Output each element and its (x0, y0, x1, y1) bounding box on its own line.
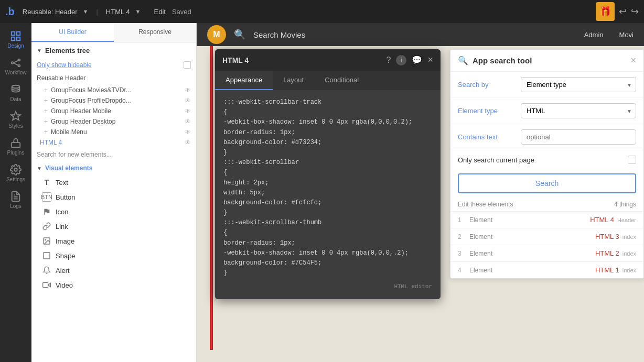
icon-bar: Design Workflow Data Styles (0, 23, 31, 362)
tree-item-mobile-menu[interactable]: + Mobile Menu 👁 (31, 127, 196, 137)
ve-item-alert[interactable]: Alert (31, 263, 196, 278)
redo-button[interactable]: ↪ (631, 6, 639, 17)
tree-item-group-header-desktop[interactable]: + Group Header Desktop 👁 (31, 116, 196, 127)
topbar-actions: Edit Saved (154, 8, 191, 16)
ve-item-label: Alert (56, 267, 70, 275)
asp-result-row-1[interactable]: 1 Element HTML 4 Header (450, 211, 643, 228)
asp-close-button[interactable]: × (630, 55, 636, 66)
canvas-search-icon: 🔍 (234, 29, 245, 40)
eye-icon[interactable]: 👁 (185, 97, 191, 104)
hideable-link[interactable]: hideable (68, 61, 91, 69)
ve-item-label: Video (56, 281, 73, 289)
modal-info-button[interactable]: i (396, 55, 406, 65)
link-icon (42, 222, 51, 231)
eye-icon[interactable]: 👁 (185, 128, 191, 136)
search-new-elements-button[interactable]: Search for new elements... (31, 148, 196, 161)
video-icon (42, 280, 51, 290)
modal-close-button[interactable]: × (427, 54, 433, 65)
undo-button[interactable]: ↩ (619, 6, 627, 17)
ve-item-button[interactable]: BTN Button (31, 190, 196, 204)
sidebar-item-settings[interactable]: Settings (2, 161, 29, 185)
ve-item-icon[interactable]: Icon (31, 204, 196, 219)
title-dropdown-arrow[interactable]: ▼ (83, 8, 89, 15)
asp-search-by-select[interactable]: Element type (521, 77, 636, 92)
svg-point-11 (14, 168, 17, 171)
ve-item-link[interactable]: Link (31, 219, 196, 234)
topbar: .b Reusable: Header ▼ | HTML 4 ▼ Edit Sa… (0, 0, 644, 23)
tree-item-prefix: + (44, 128, 48, 136)
edit-label: Edit (154, 8, 166, 16)
eye-icon[interactable]: 👁 (185, 86, 191, 94)
sidebar-body: ▼ Elements tree Only show hideable Reusa… (31, 42, 196, 362)
asp-result-location: index (622, 267, 636, 273)
ve-item-video[interactable]: Video (31, 278, 196, 292)
code-line: border-radius: 1px; (223, 128, 432, 138)
tab-responsive[interactable]: Responsive (114, 23, 196, 42)
sidebar-item-styles[interactable]: Styles (2, 107, 29, 132)
eye-icon[interactable]: 👁 (185, 139, 191, 146)
modal-chat-button[interactable]: 💬 (412, 55, 422, 65)
asp-result-name[interactable]: HTML 4 (590, 216, 614, 224)
tree-item-group-movies[interactable]: + GroupFocus Movies&TVDr... 👁 (31, 85, 196, 95)
asp-result-name[interactable]: HTML 1 (595, 266, 619, 274)
asp-search-by-select-wrapper[interactable]: Element type (521, 77, 636, 92)
sidebar-item-plugins[interactable]: Plugins (2, 134, 29, 159)
asp-element-type-select[interactable]: HTML (521, 103, 636, 118)
asp-result-num: 2 (458, 233, 466, 240)
modal-tab-layout[interactable]: Layout (273, 71, 314, 90)
visual-elements-header[interactable]: ▼ Visual elements (31, 161, 196, 175)
sidebar-item-data[interactable]: Data (2, 81, 29, 105)
modal-tabs: Appearance Layout Conditional (215, 71, 441, 90)
modal-code-area[interactable]: :::-webkit-scrollbar-track { -webkit-box… (215, 90, 441, 299)
code-line: { (223, 107, 432, 117)
svg-marker-17 (48, 283, 51, 287)
main-layout: Design Workflow Data Styles (0, 23, 644, 362)
sidebar-item-logs[interactable]: Logs (2, 188, 29, 212)
svg-line-7 (13, 60, 18, 63)
tree-item-label: Mobile Menu (51, 128, 87, 136)
asp-element-type-select-wrapper[interactable]: HTML (521, 103, 636, 118)
modal-tab-conditional[interactable]: Conditional (314, 71, 369, 90)
ve-item-text[interactable]: T Text (31, 175, 196, 190)
asp-title: App search tool (473, 56, 626, 65)
code-line: -webkit-box-shadow: inset 0 0 4px rgba(0… (223, 248, 432, 258)
sidebar-item-design[interactable]: Design (2, 27, 29, 52)
asp-result-name[interactable]: HTML 3 (595, 233, 619, 240)
asp-result-name[interactable]: HTML 2 (595, 249, 619, 257)
asp-result-row-4[interactable]: 4 Element HTML 1 index (450, 261, 643, 278)
icon-icon (42, 207, 51, 216)
modal-tab-appearance[interactable]: Appearance (215, 71, 273, 90)
asp-only-search-checkbox[interactable] (628, 156, 636, 164)
ve-item-label: Image (56, 237, 74, 245)
asp-result-row-3[interactable]: 3 Element HTML 2 index (450, 245, 643, 261)
canvas-header-preview: M 🔍 Search Movies Admin Movi (197, 23, 644, 46)
ve-item-image[interactable]: Image (31, 234, 196, 248)
eye-icon[interactable]: 👁 (185, 107, 191, 115)
tree-item-group-header-mobile[interactable]: + Group Header Mobile 👁 (31, 106, 196, 116)
elements-tree-label: Elements tree (45, 47, 90, 54)
asp-contains-text-input[interactable] (521, 129, 636, 145)
canvas-admin-text: Admin (584, 31, 604, 39)
code-line: :::-webkit-scrollbar (223, 158, 432, 168)
ve-item-shape[interactable]: Shape (31, 248, 196, 263)
tree-item-group-profile[interactable]: + GroupFocus ProfileDropdo... 👁 (31, 95, 196, 106)
hideable-checkbox[interactable] (184, 61, 191, 69)
asp-result-row-2[interactable]: 2 Element HTML 3 index (450, 228, 643, 245)
tab-ui-builder[interactable]: UI Builder (31, 23, 114, 42)
asp-result-location: index (622, 234, 636, 240)
elements-tree-header[interactable]: ▼ Elements tree (31, 42, 196, 59)
sidebar-item-workflow[interactable]: Workflow (2, 54, 29, 79)
reusable-title: Reusable: Header (23, 8, 78, 16)
asp-things-count: 4 things (614, 201, 636, 208)
modal-question-button[interactable]: ? (387, 56, 391, 65)
asp-contains-text-row: Contains text (450, 124, 643, 150)
gift-button[interactable]: 🎁 (596, 2, 615, 21)
tree-item-label: GroupFocus ProfileDropdo... (51, 97, 131, 104)
tree-item-prefix: + (44, 86, 48, 94)
asp-result-type: Element (469, 250, 592, 257)
code-line: { (223, 168, 432, 178)
html-version-dropdown[interactable]: ▼ (135, 8, 141, 15)
asp-search-button[interactable]: Search (458, 173, 636, 193)
tree-item-html4[interactable]: HTML 4 👁 (31, 137, 196, 148)
eye-icon[interactable]: 👁 (185, 118, 191, 125)
